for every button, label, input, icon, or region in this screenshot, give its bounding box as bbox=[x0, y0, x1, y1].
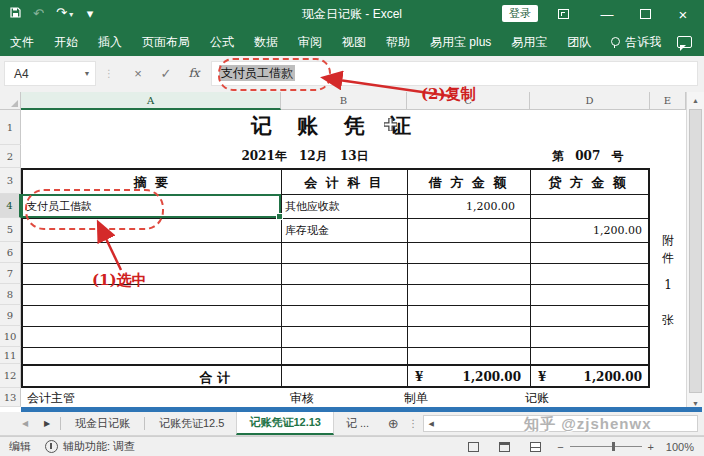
zoom-slider-thumb[interactable] bbox=[612, 442, 615, 451]
zoom-in-icon[interactable]: + bbox=[648, 441, 654, 453]
zoom-slider[interactable] bbox=[570, 446, 642, 447]
horizontal-scrollbar[interactable]: ◀ bbox=[423, 415, 698, 432]
row-header-1[interactable]: 1 bbox=[0, 110, 21, 145]
new-sheet-icon[interactable]: ⊕ bbox=[381, 412, 405, 435]
annotation-select-label: (1)选中 bbox=[92, 271, 147, 290]
sheet-tab-cash-journal[interactable]: 现金日记账 bbox=[63, 412, 142, 435]
row-header-4[interactable]: 4 bbox=[0, 194, 21, 218]
sheet-tab-voucher-12-5[interactable]: 记账凭证12.5 bbox=[147, 412, 236, 435]
header-credit[interactable]: 贷 方 金 额 bbox=[530, 170, 646, 195]
page-break-view-icon[interactable] bbox=[530, 442, 541, 452]
column-header-a[interactable]: A bbox=[21, 92, 281, 110]
save-icon[interactable] bbox=[10, 0, 21, 28]
header-summary[interactable]: 摘 要 bbox=[23, 170, 281, 195]
select-all-corner[interactable] bbox=[0, 92, 21, 110]
cell-c4-debit[interactable]: 1,200.00 bbox=[407, 195, 515, 218]
tab-yiyongbao[interactable]: 易用宝 bbox=[501, 28, 557, 56]
tab-formulas[interactable]: 公式 bbox=[200, 28, 244, 56]
row-header-7[interactable]: 7 bbox=[0, 263, 21, 284]
redo-icon[interactable]: ↷▼ bbox=[56, 0, 75, 29]
ribbon-display-options-button[interactable] bbox=[548, 0, 578, 28]
cell-mode-indicator: 编辑 bbox=[9, 439, 31, 454]
cell-b4-account[interactable]: 其他应收款 bbox=[285, 195, 405, 218]
tell-me-box[interactable]: 告诉我 bbox=[601, 28, 671, 56]
row-header-9[interactable]: 9 bbox=[0, 305, 21, 326]
maximize-button[interactable] bbox=[630, 0, 660, 28]
row-header-5[interactable]: 5 bbox=[0, 218, 21, 242]
row-header-10[interactable]: 10 bbox=[0, 326, 21, 347]
tab-insert[interactable]: 插入 bbox=[88, 28, 132, 56]
zoom-percentage[interactable]: 100% bbox=[660, 441, 694, 453]
column-header-b[interactable]: B bbox=[281, 92, 407, 110]
cancel-icon[interactable]: × bbox=[126, 61, 150, 86]
column-header-e[interactable]: E bbox=[650, 92, 686, 110]
row-header-12[interactable]: 12 bbox=[0, 364, 21, 388]
close-button[interactable]: × bbox=[668, 0, 698, 28]
signer-reviewer[interactable]: 审核 bbox=[290, 390, 314, 407]
table-line bbox=[530, 170, 531, 386]
signer-chief-accountant[interactable]: 会计主管 bbox=[27, 390, 75, 407]
signer-bookkeeper[interactable]: 记账 bbox=[525, 390, 549, 407]
row-header-11[interactable]: 11 bbox=[0, 347, 21, 364]
customize-qat-icon[interactable]: ▾ bbox=[87, 0, 94, 28]
row-header-2[interactable]: 2 bbox=[0, 145, 21, 168]
row-header-6[interactable]: 6 bbox=[0, 242, 21, 263]
ribbon-tab-bar: 文件 开始 插入 页面布局 公式 数据 审阅 视图 帮助 易用宝 plus 易用… bbox=[0, 28, 704, 56]
selected-cell-a4[interactable] bbox=[21, 194, 281, 218]
page-layout-view-icon[interactable] bbox=[499, 442, 510, 452]
undo-icon[interactable]: ↶ bbox=[33, 0, 44, 28]
tab-view[interactable]: 视图 bbox=[332, 28, 376, 56]
row-header-8[interactable]: 8 bbox=[0, 284, 21, 305]
sheet-tab-bar: ◀ ▶ 现金日记账 记账凭证12.5 记账凭证12.13 记 ... ⊕ ⋮ ◀ bbox=[0, 412, 704, 436]
table-line bbox=[23, 263, 648, 264]
name-box-dropdown-icon[interactable]: ▼ bbox=[80, 61, 94, 86]
scroll-up-icon[interactable]: ▲ bbox=[687, 93, 704, 108]
header-debit[interactable]: 借 方 金 额 bbox=[407, 170, 530, 195]
horizontal-scrollbar-thumb[interactable] bbox=[438, 418, 697, 430]
comments-icon[interactable] bbox=[677, 36, 692, 48]
minimize-button[interactable]: — bbox=[592, 0, 622, 28]
attachment-char: 张 bbox=[650, 312, 686, 329]
tab-page-layout[interactable]: 页面布局 bbox=[132, 28, 200, 56]
attachment-char: 1 bbox=[650, 278, 686, 292]
formula-bar-separator: ⋮ bbox=[104, 61, 114, 86]
cell-b5-account[interactable]: 库存现金 bbox=[285, 219, 405, 242]
sheet-tab-voucher-12-13[interactable]: 记账凭证12.13 bbox=[236, 412, 334, 435]
cell-d5-credit[interactable]: 1,200.00 bbox=[530, 219, 642, 242]
vertical-scrollbar-thumb[interactable] bbox=[689, 109, 702, 393]
column-header-d[interactable]: D bbox=[530, 92, 650, 110]
total-label[interactable]: 合 计 bbox=[23, 366, 407, 389]
accessibility-status[interactable]: 辅助功能: 调查 bbox=[63, 439, 135, 454]
tab-help[interactable]: 帮助 bbox=[376, 28, 420, 56]
row-header-13[interactable]: 13 bbox=[0, 388, 21, 407]
enter-icon[interactable]: ✓ bbox=[154, 61, 178, 86]
normal-view-icon[interactable] bbox=[468, 442, 479, 452]
sheet-tab-overflow[interactable]: 记 ... bbox=[334, 412, 381, 435]
sheet-more-icon[interactable]: ⋮ bbox=[405, 412, 421, 435]
header-account[interactable]: 会 计 科 目 bbox=[281, 170, 407, 195]
tab-home[interactable]: 开始 bbox=[44, 28, 88, 56]
hscroll-left-icon[interactable]: ◀ bbox=[424, 420, 438, 428]
tab-file[interactable]: 文件 bbox=[0, 28, 44, 56]
login-button[interactable]: 登录 bbox=[502, 5, 538, 22]
sheet-nav-right-icon[interactable]: ▶ bbox=[36, 412, 58, 435]
sheet-nav-left-icon[interactable]: ◀ bbox=[14, 412, 36, 435]
total-debit-cell[interactable]: ¥ 1,200.00 bbox=[407, 366, 530, 389]
tab-review[interactable]: 审阅 bbox=[288, 28, 332, 56]
formula-bar: A4 ▼ ⋮ × ✓ fx 支付员工借款 bbox=[0, 56, 704, 93]
table-line bbox=[23, 347, 648, 348]
insert-function-icon[interactable]: fx bbox=[182, 61, 206, 86]
row-header-3[interactable]: 3 bbox=[0, 168, 21, 194]
lightbulb-icon bbox=[611, 37, 620, 46]
formula-input[interactable]: 支付员工借款 bbox=[211, 61, 698, 86]
tab-team[interactable]: 团队 bbox=[557, 28, 601, 56]
tab-separator bbox=[144, 417, 145, 430]
signer-preparer[interactable]: 制单 bbox=[404, 390, 428, 407]
tab-data[interactable]: 数据 bbox=[244, 28, 288, 56]
maximize-icon bbox=[640, 9, 651, 19]
zoom-out-icon[interactable]: − bbox=[557, 441, 563, 453]
redo-dropdown-icon[interactable]: ▼ bbox=[68, 11, 75, 18]
vertical-scrollbar[interactable]: ▲ ▼ bbox=[686, 92, 704, 412]
tab-yiyongbao-plus[interactable]: 易用宝 plus bbox=[420, 28, 501, 56]
total-credit-cell[interactable]: ¥ 1,200.00 bbox=[530, 366, 646, 389]
